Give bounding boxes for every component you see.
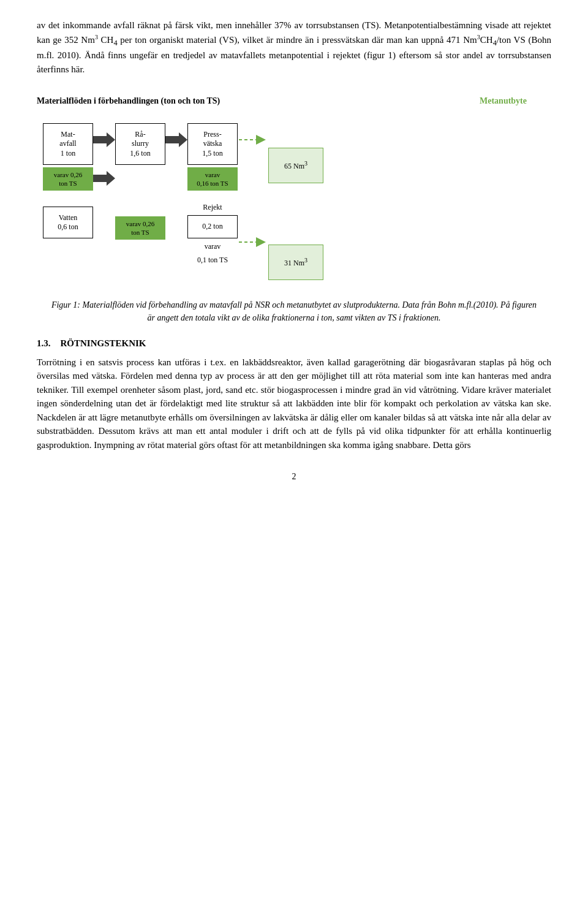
varav026b-box: varav 0,26 ton TS: [115, 216, 165, 240]
matavfall-box: Mat- avfall 1 ton: [43, 123, 93, 165]
dashed-arrow2: [238, 234, 268, 251]
diagram-section: Materialflöden i förbehandlingen (ton oc…: [37, 94, 551, 280]
svg-marker-0: [93, 132, 115, 147]
arrow1: [93, 131, 115, 148]
nm31-box: 31 Nm3: [268, 245, 323, 280]
pressvat-box: Press- vätska 1,5 ton: [187, 123, 238, 165]
rejekt-label: Rejekt: [203, 202, 222, 213]
dashed-arrow1: [238, 131, 268, 148]
section-number: 1.3.: [37, 336, 51, 351]
section-title: RÖTNINGSTEKNIK: [61, 336, 146, 351]
varav026-box: varav 0,26 ton TS: [43, 167, 93, 191]
arrow3: [165, 131, 187, 148]
varav016-box: varav 0,16 ton TS: [187, 167, 238, 191]
vatten-box: Vatten 0,6 ton: [43, 207, 93, 238]
svg-marker-2: [165, 132, 187, 147]
intro-paragraph: av det inkommande avfall räknat på färsk…: [37, 18, 551, 76]
metanutbyte-label: Metanutbyte: [480, 94, 527, 107]
rejekt-box: 0,2 ton: [187, 215, 238, 238]
page-number: 2: [37, 470, 551, 483]
svg-marker-1: [93, 171, 115, 186]
fig-caption: Figur 1: Materialflöden vid förbehandlin…: [49, 298, 539, 324]
diagram-title: Materialflöden i förbehandlingen (ton oc…: [37, 94, 220, 107]
arrow2: [93, 170, 115, 187]
body-paragraph-1: Torrötning i en satsvis process kan utfö…: [37, 355, 551, 452]
nm65-box: 65 Nm3: [268, 148, 323, 183]
varav01-label: varav: [205, 241, 221, 252]
varav01ts-label: 0,1 ton TS: [197, 254, 228, 265]
raslurry-box: Rå- slurry 1,6 ton: [115, 123, 165, 165]
